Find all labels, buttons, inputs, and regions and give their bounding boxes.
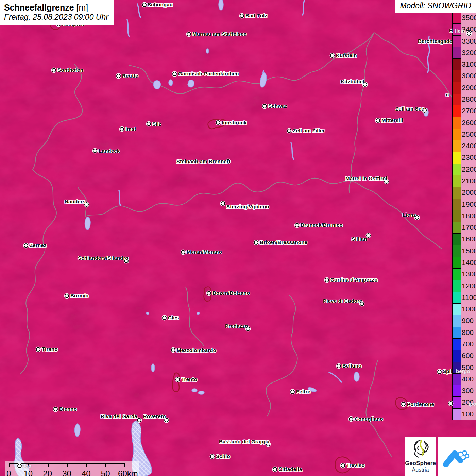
city-label: Sonthofen (57, 67, 83, 73)
map-datetime: Freitag, 25.08.2023 09:00 Uhr (4, 13, 108, 22)
colorbar-segment (453, 140, 461, 152)
colorbar-segment (453, 409, 461, 420)
snowgrid-logo-box (438, 437, 476, 476)
city-dot (36, 347, 40, 352)
city-label: Treviso (346, 462, 365, 469)
city-dot (290, 390, 295, 394)
colorbar-segment (453, 70, 461, 82)
city-label: Riva del Garda (101, 413, 137, 420)
city-label: Berchtesgaden (418, 38, 456, 44)
city-label: Sillian (352, 236, 367, 242)
colorbar-value: 2300 (462, 152, 476, 163)
colorbar-segment (453, 292, 461, 304)
colorbar-segment (453, 385, 461, 397)
city-label: Belluno (342, 363, 361, 369)
city-label: Pieve di Cadore (323, 298, 362, 304)
map-title: Schneefallgrenze [m] (4, 2, 108, 13)
city-label: Schongau (148, 2, 173, 8)
city-dot (467, 31, 471, 36)
colorbar-segment (453, 117, 461, 129)
city-label: Zell am Ziller (293, 128, 325, 134)
scalebar-tick (86, 464, 87, 467)
city-dot (437, 370, 442, 374)
city-dot (341, 463, 345, 468)
colorbar-segment (453, 129, 461, 140)
city-dot (254, 240, 258, 245)
colorbar-value: 3200 (462, 47, 476, 58)
city-label: Cles (168, 314, 179, 321)
scalebar-label: 50 (101, 469, 110, 476)
scalebar-label: 30 (62, 469, 71, 476)
scalebar-tick (9, 464, 10, 467)
city-label: Mezzolombardo (177, 347, 216, 353)
colorbar-value: 1800 (462, 210, 476, 222)
city-dot (216, 120, 220, 125)
colorbar-value: 1300 (462, 268, 476, 280)
city-dot (24, 243, 28, 248)
colorbar-segment (453, 257, 461, 269)
city-dot (287, 129, 291, 133)
city-dot (181, 250, 185, 254)
colorbar-value: 1000 (462, 303, 476, 315)
scalebar-tick (67, 464, 68, 467)
city-dot (171, 348, 175, 352)
scalebar-label: 0 (6, 469, 11, 476)
city-label: Bad Tölz (245, 13, 267, 19)
city-dot (240, 14, 244, 18)
colorbar-segment (453, 280, 461, 292)
city-dot (142, 3, 147, 7)
colorbar-segment (453, 222, 461, 234)
city-dot (376, 118, 380, 123)
city-label: Pordenone (407, 401, 434, 407)
colorbar-value: 2600 (462, 117, 476, 129)
geosphere-logo-box: GeoSphere Austria (405, 437, 436, 476)
city-label: Innsbruck (222, 120, 247, 126)
geosphere-logo-text: GeoSphere (405, 460, 436, 466)
mountain-cloud-icon (442, 443, 472, 470)
colorbar-value: 2200 (462, 164, 476, 175)
partial-label: bergo (456, 368, 470, 374)
city-label: Bruneck/Brunico (301, 222, 343, 228)
city-dot (17, 464, 22, 468)
colorbar-value: 2800 (462, 94, 476, 105)
colorbar-segment (453, 269, 461, 280)
city-label: Kitzbühel (341, 79, 364, 85)
colorbar-value: 1900 (462, 199, 476, 210)
city-label: Zernez (30, 242, 47, 249)
city-label: Schlanders/Silandro (78, 255, 129, 261)
city-label: Brixen/Bressanone (260, 239, 307, 245)
city-label: Reutte (122, 73, 138, 79)
city-dot (172, 72, 177, 76)
partial-label: H (449, 28, 453, 34)
colorbar-value: 300 (462, 385, 476, 396)
model-label: Modell: SNOWGRID (395, 0, 476, 13)
colorbar-segment (453, 47, 461, 59)
colorbar-value: 400 (462, 373, 476, 385)
city-label: Conegliano (355, 416, 383, 422)
city-label: Bassano del Grappa (219, 439, 270, 445)
city-label: Kufstein (336, 52, 357, 58)
city-label: Garmisch-Partenkirchen (178, 71, 239, 77)
scalebar-label: 10 (23, 469, 33, 476)
city-label: Meran/Merano (187, 249, 222, 255)
city-dot (116, 74, 121, 78)
city-dot (262, 104, 267, 108)
city-label: Bormio (70, 293, 89, 299)
city-label: Bienno (59, 406, 77, 412)
city-label: Imst (125, 126, 136, 132)
city-label: Murnau am Staffelsee (192, 31, 247, 37)
colorbar-segment (453, 234, 461, 245)
scalebar-label: 60km (118, 469, 138, 476)
colorbar-value: 2000 (462, 187, 476, 198)
city-label: Schio (216, 453, 230, 459)
colorbar-segment (453, 59, 461, 70)
city-dot (175, 377, 180, 382)
colorbar-value: 3100 (462, 58, 476, 70)
city-dot (295, 223, 299, 227)
colorbar-value: 2400 (462, 140, 476, 152)
city-dot (207, 291, 211, 295)
title-box: Schneefallgrenze [m] Freitag, 25.08.2023… (0, 0, 114, 25)
colorbar-value: 100 (462, 408, 476, 420)
title-unit: [m] (76, 3, 88, 12)
city-label: Matrei in Osttirol (345, 175, 387, 182)
